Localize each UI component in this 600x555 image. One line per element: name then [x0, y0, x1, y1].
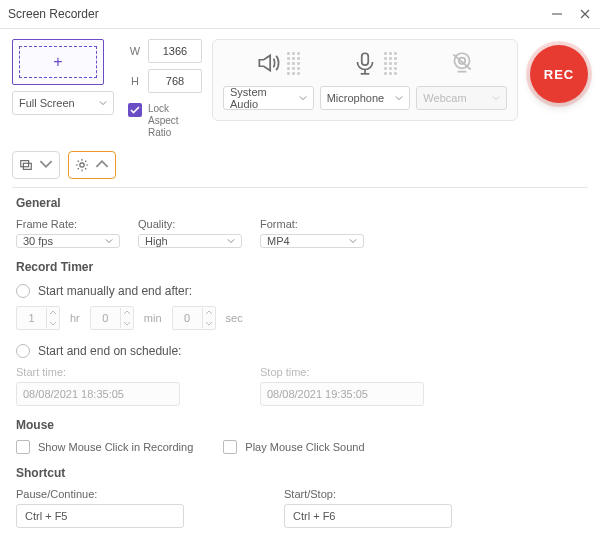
start-shortcut-label: Start/Stop: — [284, 488, 452, 500]
chevron-down-icon — [395, 92, 403, 104]
webcam-source-value: Webcam — [423, 92, 466, 104]
frame-rate-value: 30 fps — [23, 235, 53, 247]
hours-unit: hr — [70, 312, 80, 324]
shortcut-title: Shortcut — [16, 466, 584, 480]
quality-value: High — [145, 235, 168, 247]
plus-icon: + — [53, 54, 62, 70]
chevron-down-icon — [492, 92, 500, 104]
mouse-title: Mouse — [16, 418, 584, 432]
format-field: Format: MP4 — [260, 218, 364, 248]
height-input[interactable] — [148, 69, 202, 93]
start-shortcut-input[interactable]: Ctrl + F6 — [284, 504, 452, 528]
dimensions-block: W H Lock Aspect Ratio — [128, 39, 202, 139]
quality-field: Quality: High — [138, 218, 242, 248]
hours-input[interactable] — [17, 311, 46, 325]
settings-tool-button[interactable] — [68, 151, 116, 179]
quality-label: Quality: — [138, 218, 242, 230]
quality-select[interactable]: High — [138, 234, 242, 248]
frame-rate-field: Frame Rate: 30 fps — [16, 218, 120, 248]
record-button[interactable]: REC — [530, 45, 588, 103]
start-time-field: Start time: 08/08/2021 18:35:05 — [16, 366, 180, 406]
lock-aspect-label: Lock Aspect Ratio — [148, 103, 200, 139]
pause-shortcut-input[interactable]: Ctrl + F5 — [16, 504, 184, 528]
svg-point-11 — [80, 163, 84, 167]
manual-end-label: Start manually and end after: — [38, 284, 192, 298]
capture-mode-select[interactable]: Full Screen — [12, 91, 114, 115]
source-selects-row: System Audio Microphone Webcam — [223, 86, 507, 110]
mic-source-value: Microphone — [327, 92, 384, 104]
general-section: General Frame Rate: 30 fps Quality: High… — [16, 196, 584, 248]
close-button[interactable] — [578, 7, 592, 21]
window-title: Screen Recorder — [8, 7, 99, 21]
source-icons-row — [223, 48, 507, 78]
chevron-up-icon — [95, 157, 109, 174]
start-time-input[interactable]: 08/08/2021 18:35:05 — [16, 382, 180, 406]
seconds-stepper[interactable] — [172, 306, 216, 330]
capture-mode-value: Full Screen — [19, 97, 75, 109]
lock-aspect-checkbox[interactable] — [128, 103, 142, 117]
start-shortcut-field: Start/Stop: Ctrl + F6 — [284, 488, 452, 528]
start-time-label: Start time: — [16, 366, 180, 378]
minimize-button[interactable] — [550, 7, 564, 21]
manual-end-radio[interactable] — [16, 284, 30, 298]
stop-time-label: Stop time: — [260, 366, 424, 378]
chevron-down-icon — [105, 235, 113, 247]
show-click-checkbox[interactable] — [16, 440, 30, 454]
pause-shortcut-field: Pause/Continue: Ctrl + F5 — [16, 488, 184, 528]
minutes-stepper[interactable] — [90, 306, 134, 330]
play-sound-checkbox[interactable] — [223, 440, 237, 454]
hours-stepper[interactable] — [16, 306, 60, 330]
height-label: H — [128, 75, 142, 87]
stop-time-field: Stop time: 08/08/2021 19:35:05 — [260, 366, 424, 406]
chevron-down-icon — [349, 235, 357, 247]
schedule-label: Start and end on schedule: — [38, 344, 181, 358]
capture-area-selector[interactable]: + — [12, 39, 104, 85]
play-sound-label: Play Mouse Click Sound — [245, 441, 364, 453]
settings-panel: General Frame Rate: 30 fps Quality: High… — [0, 188, 600, 528]
stop-time-input[interactable]: 08/08/2021 19:35:05 — [260, 382, 424, 406]
audio-source-select[interactable]: System Audio — [223, 86, 314, 110]
width-label: W — [128, 45, 142, 57]
microphone-icon[interactable] — [352, 50, 397, 76]
chevron-down-icon — [227, 235, 235, 247]
record-label: REC — [544, 67, 574, 82]
capture-area-column: + Full Screen — [12, 39, 114, 115]
mouse-section: Mouse Show Mouse Click in Recording Play… — [16, 418, 584, 454]
width-input[interactable] — [148, 39, 202, 63]
seconds-unit: sec — [226, 312, 243, 324]
svg-rect-3 — [362, 53, 369, 65]
webcam-icon[interactable] — [449, 50, 475, 76]
format-label: Format: — [260, 218, 364, 230]
schedule-radio[interactable] — [16, 344, 30, 358]
record-timer-title: Record Timer — [16, 260, 584, 274]
chevron-down-icon — [299, 92, 307, 104]
frame-rate-select[interactable]: 30 fps — [16, 234, 120, 248]
mic-source-select[interactable]: Microphone — [320, 86, 411, 110]
record-timer-section: Record Timer Start manually and end afte… — [16, 260, 584, 406]
format-value: MP4 — [267, 235, 290, 247]
top-panel: + Full Screen W H Lock Aspect Ratio — [0, 29, 600, 147]
webcam-source-select[interactable]: Webcam — [416, 86, 507, 110]
title-bar: Screen Recorder — [0, 0, 600, 29]
shortcut-section: Shortcut Pause/Continue: Ctrl + F5 Start… — [16, 466, 584, 528]
window-buttons — [550, 7, 592, 21]
general-title: General — [16, 196, 584, 210]
toolbar — [0, 147, 600, 187]
format-select[interactable]: MP4 — [260, 234, 364, 248]
sources-panel: System Audio Microphone Webcam — [212, 39, 518, 121]
chevron-down-icon — [99, 97, 107, 109]
audio-source-value: System Audio — [230, 86, 295, 110]
minutes-unit: min — [144, 312, 162, 324]
seconds-input[interactable] — [173, 311, 202, 325]
speaker-icon[interactable] — [255, 50, 300, 76]
chevron-down-icon — [39, 157, 53, 174]
show-click-label: Show Mouse Click in Recording — [38, 441, 193, 453]
minutes-input[interactable] — [91, 311, 120, 325]
pause-shortcut-label: Pause/Continue: — [16, 488, 184, 500]
frame-rate-label: Frame Rate: — [16, 218, 120, 230]
screenshot-tool-button[interactable] — [12, 151, 60, 179]
